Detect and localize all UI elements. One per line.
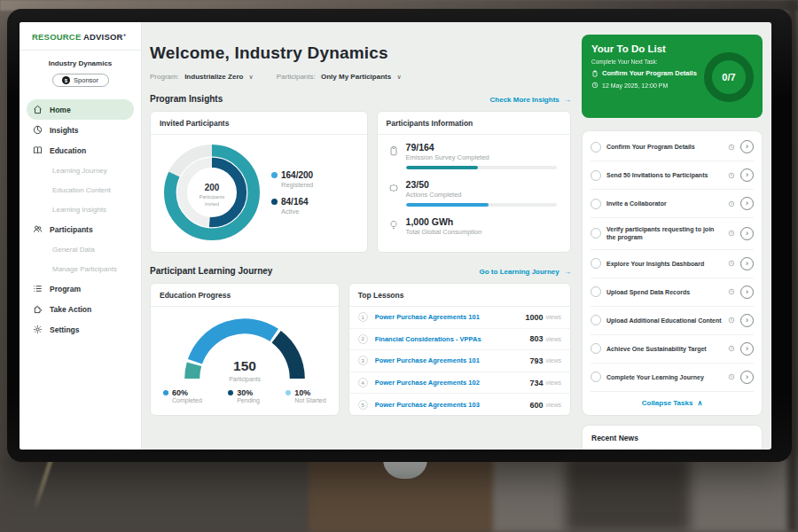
task-open-button[interactable]: › <box>740 371 754 384</box>
go-to-learning-journey-link[interactable]: Go to Learning Journey → <box>480 268 571 276</box>
lesson-link[interactable]: Power Purchase Agreements 102 <box>375 379 530 387</box>
sidebar-item-learning-insights[interactable]: Learning Insights <box>20 200 141 219</box>
insights-cards-row: Invited Participants 200 Participants In… <box>150 111 571 253</box>
sidebar-item-participants[interactable]: Participants <box>20 219 141 239</box>
participants-icon <box>33 224 43 234</box>
task-row-explore-insights: Explore Your Insights Dashboard › <box>591 250 754 278</box>
lesson-link[interactable]: Power Purchase Agreements 101 <box>375 313 526 321</box>
legend-value: 30% <box>237 388 253 397</box>
task-open-button[interactable]: › <box>740 140 754 153</box>
sidebar-item-program[interactable]: Program <box>20 278 141 299</box>
sidebar-item-settings[interactable]: Settings <box>20 319 141 340</box>
clock-icon <box>591 82 598 89</box>
sidebar-item-education-content[interactable]: Education Content <box>20 180 141 200</box>
task-checkbox[interactable] <box>591 372 601 382</box>
clock-icon <box>728 172 735 179</box>
stat-label: Total Global Consumption <box>406 228 482 236</box>
sidebar-item-label: Home <box>50 106 71 114</box>
legend-label: Not Started <box>294 397 325 403</box>
sidebar-item-label: Education <box>50 146 86 155</box>
todo-due-label: 12 May 2025, 12:00 PM <box>602 82 668 89</box>
task-checkbox[interactable] <box>591 258 601 269</box>
stat-value: 79/164 <box>406 142 557 153</box>
lesson-views-unit: views <box>545 357 561 364</box>
task-checkbox[interactable] <box>591 170 601 181</box>
task-checkbox[interactable] <box>591 343 601 354</box>
sidebar-item-label: Take Action <box>50 305 91 314</box>
todo-progress-ring: 0/7 <box>704 52 754 102</box>
task-open-button[interactable]: › <box>740 197 754 210</box>
sidebar-item-insights[interactable]: Insights <box>20 120 141 140</box>
sidebar-item-general-data[interactable]: General Data <box>20 239 141 259</box>
sidebar-item-take-action[interactable]: Take Action <box>20 299 141 319</box>
sidebar: RESOURCE ADVISOR+ Industry Dynamics $ Sp… <box>20 22 142 450</box>
lesson-rank: 1 <box>358 312 368 322</box>
lesson-link[interactable]: Power Purchase Agreements 101 <box>375 356 530 364</box>
main-area: Welcome, Industry Dynamics Program: Indu… <box>142 22 771 450</box>
clock-icon <box>728 144 735 151</box>
todo-due: 12 May 2025, 12:00 PM <box>591 82 704 89</box>
task-checkbox[interactable] <box>591 228 601 239</box>
stat-emission-survey: 79/164 Emission Survey Completed <box>388 142 559 169</box>
participants-filter[interactable]: Participants: Only My Participants ∨ <box>277 73 402 81</box>
clock-icon <box>728 345 735 352</box>
donut-center-label2: Invited <box>205 201 219 207</box>
monitor-bezel: RESOURCE ADVISOR+ Industry Dynamics $ Sp… <box>7 9 792 462</box>
program-filter[interactable]: Program: Industrialize Zero ∨ <box>150 73 254 81</box>
sponsor-badge[interactable]: $ Sponsor <box>52 74 109 87</box>
stat-label: Emission Survey Completed <box>406 153 557 161</box>
task-checkbox[interactable] <box>591 199 601 209</box>
sponsor-badge-icon: $ <box>62 76 70 84</box>
collapse-tasks-link[interactable]: Collapse Tasks ∧ <box>591 392 754 413</box>
sidebar-item-home[interactable]: Home <box>27 99 134 120</box>
task-checkbox[interactable] <box>591 315 601 325</box>
lesson-row: 2 Financial Considerations - VPPAs 803 v… <box>349 329 570 351</box>
task-label: Send 50 Invitations to Participants <box>606 171 723 179</box>
lesson-link[interactable]: Financial Considerations - VPPAs <box>375 335 530 343</box>
task-open-button[interactable]: › <box>740 168 754 182</box>
task-checkbox[interactable] <box>591 142 601 153</box>
arrow-right-icon: → <box>564 268 571 276</box>
sidebar-item-manage-participants[interactable]: Manage Participants <box>20 259 141 278</box>
sidebar-item-education[interactable]: Education <box>20 140 141 160</box>
task-label: Achieve One Sustainability Target <box>606 345 723 353</box>
gauge-legend: 60% Completed 30% Pending 10% <box>158 388 332 403</box>
clock-icon <box>728 373 735 380</box>
participants-filter-value: Only My Participants <box>321 73 391 81</box>
clock-icon <box>728 230 735 237</box>
sidebar-item-label: Education Content <box>52 186 111 194</box>
task-open-button[interactable]: › <box>740 314 754 327</box>
sidebar-item-label: Learning Journey <box>52 167 107 175</box>
legend-value: 10% <box>294 388 310 397</box>
program-filter-label: Program: <box>150 73 179 81</box>
lesson-views-unit: views <box>545 379 561 386</box>
task-open-button[interactable]: › <box>740 227 754 240</box>
task-open-button[interactable]: › <box>740 257 754 270</box>
sidebar-item-label: Settings <box>50 325 80 334</box>
donut-center-label1: Participants <box>200 194 225 200</box>
task-label: Upload Spend Data Records <box>606 288 723 296</box>
sidebar-item-learning-journey[interactable]: Learning Journey <box>20 160 141 180</box>
task-checkbox[interactable] <box>591 286 601 297</box>
learning-cards-row: Education Progress 150 Participants <box>150 283 571 416</box>
stat-global-consumption: 1,000 GWh Total Global Consumption <box>388 216 559 236</box>
todo-tasks-card: Confirm Your Program Details › Send 50 I… <box>582 130 763 416</box>
task-row-upload-educational-content: Upload Additional Educational Content › <box>591 307 754 335</box>
clock-icon <box>728 288 735 295</box>
task-label: Complete Your Learning Journey <box>606 373 723 381</box>
legend-item-completed: 60% Completed <box>163 388 202 403</box>
lesson-views: 734 <box>529 379 543 387</box>
task-open-button[interactable]: › <box>740 286 754 299</box>
link-label: Check More Insights <box>490 96 559 104</box>
lesson-views: 803 <box>529 334 543 343</box>
legend-value: 164/200 <box>281 170 313 180</box>
invited-donut-chart: 200 Participants Invited <box>160 140 264 245</box>
check-more-insights-link[interactable]: Check More Insights → <box>490 96 571 104</box>
bulb-icon <box>388 220 399 231</box>
task-open-button[interactable]: › <box>740 342 754 356</box>
participants-filter-label: Participants: <box>277 73 316 81</box>
stat-value: 23/50 <box>406 179 557 190</box>
clock-icon <box>728 200 735 207</box>
lesson-link[interactable]: Power Purchase Agreements 103 <box>375 401 530 409</box>
task-row-complete-learning-journey: Complete Your Learning Journey › <box>591 364 754 392</box>
